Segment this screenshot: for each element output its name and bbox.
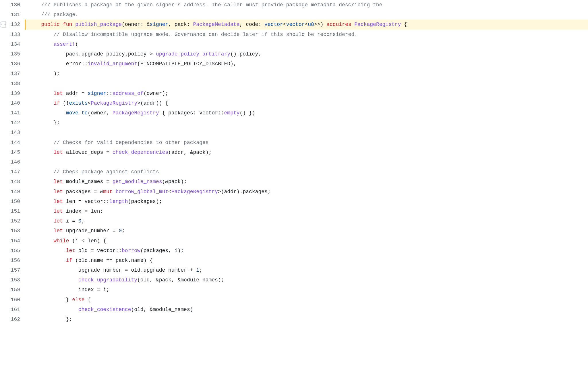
code-content[interactable]: let len = vector::length(packages); bbox=[26, 197, 588, 206]
line-number[interactable]: 156 bbox=[6, 256, 25, 265]
code-line[interactable]: 131 /// package. bbox=[0, 10, 588, 20]
code-content[interactable]: // Check package against conflicts bbox=[26, 167, 588, 177]
code-line[interactable]: 134 assert!( bbox=[0, 39, 588, 49]
code-line[interactable]: 158 check_upgradability(old, &pack, &mod… bbox=[0, 275, 588, 285]
code-line[interactable]: 157 upgrade_number = old.upgrade_number … bbox=[0, 265, 588, 275]
line-number[interactable]: 141 bbox=[6, 108, 25, 118]
code-line[interactable]: 156 if (old.name == pack.name) { bbox=[0, 256, 588, 265]
line-number[interactable]: 131 bbox=[6, 10, 25, 20]
line-number[interactable]: 161 bbox=[6, 305, 25, 314]
code-content[interactable]: check_coexistence(old, &module_names) bbox=[26, 305, 588, 314]
code-content[interactable]: ); bbox=[26, 69, 588, 78]
code-content[interactable]: upgrade_number = old.upgrade_number + 1; bbox=[26, 265, 588, 275]
code-content[interactable]: let index = len; bbox=[26, 206, 588, 216]
code-content[interactable]: // Checks for valid dependencies to othe… bbox=[26, 138, 588, 147]
line-number[interactable]: 144 bbox=[6, 138, 25, 147]
code-content[interactable]: // Disallow incompatible upgrade mode. G… bbox=[26, 30, 588, 39]
code-content[interactable]: check_upgradability(old, &pack, &module_… bbox=[26, 275, 588, 285]
line-number[interactable]: 154 bbox=[6, 236, 25, 246]
line-number[interactable]: 134 bbox=[6, 39, 25, 49]
ellipsis-icon[interactable]: • • bbox=[0, 21, 6, 28]
code-line[interactable]: 148 let module_names = get_module_names(… bbox=[0, 177, 588, 187]
line-number[interactable]: 135 bbox=[6, 49, 25, 59]
code-line[interactable]: 133 // Disallow incompatible upgrade mod… bbox=[0, 30, 588, 39]
code-line[interactable]: 147 // Check package against conflicts bbox=[0, 167, 588, 177]
line-number[interactable]: 136 bbox=[6, 59, 25, 69]
line-number[interactable]: 151 bbox=[6, 206, 25, 216]
code-line[interactable]: 144 // Checks for valid dependencies to … bbox=[0, 138, 588, 147]
expand-gutter[interactable]: • • bbox=[0, 20, 6, 29]
line-number[interactable]: 132 bbox=[6, 20, 25, 29]
line-number[interactable]: 133 bbox=[6, 30, 25, 39]
code-line[interactable]: 154 while (i < len) { bbox=[0, 236, 588, 246]
code-line[interactable]: 142 }; bbox=[0, 118, 588, 128]
line-number[interactable]: 155 bbox=[6, 246, 25, 256]
code-line[interactable]: 155 let old = vector::borrow(packages, i… bbox=[0, 246, 588, 256]
line-number[interactable]: 146 bbox=[6, 157, 25, 167]
code-line[interactable]: 152 let i = 0; bbox=[0, 216, 588, 226]
code-content[interactable]: if (old.name == pack.name) { bbox=[26, 256, 588, 265]
code-content[interactable]: assert!( bbox=[26, 39, 588, 49]
code-content[interactable] bbox=[26, 128, 588, 137]
line-number[interactable]: 148 bbox=[6, 177, 25, 187]
line-number[interactable]: 158 bbox=[6, 275, 25, 285]
line-number[interactable]: 139 bbox=[6, 89, 25, 98]
code-content[interactable]: let module_names = get_module_names(&pac… bbox=[26, 177, 588, 187]
code-line[interactable]: 153 let upgrade_number = 0; bbox=[0, 226, 588, 236]
code-line[interactable]: 130 /// Publishes a package at the given… bbox=[0, 0, 588, 10]
line-number[interactable]: 150 bbox=[6, 197, 25, 206]
code-line[interactable]: 137 ); bbox=[0, 69, 588, 78]
code-line[interactable]: 160 } else { bbox=[0, 295, 588, 305]
code-line[interactable]: • •132 public fun publish_package(owner:… bbox=[0, 20, 588, 29]
code-content[interactable]: let packages = &mut borrow_global_mut<Pa… bbox=[26, 187, 588, 197]
line-number[interactable]: 130 bbox=[6, 0, 25, 10]
code-content[interactable]: let addr = signer::address_of(owner); bbox=[26, 89, 588, 98]
code-line[interactable]: 141 move_to(owner, PackageRegistry { pac… bbox=[0, 108, 588, 118]
code-line[interactable]: 135 pack.upgrade_policy.policy > upgrade… bbox=[0, 49, 588, 59]
line-number[interactable]: 143 bbox=[6, 128, 25, 137]
code-content[interactable]: while (i < len) { bbox=[26, 236, 588, 246]
line-number[interactable]: 145 bbox=[6, 147, 25, 157]
code-line[interactable]: 162 }; bbox=[0, 314, 588, 324]
code-line[interactable]: 143 bbox=[0, 128, 588, 137]
line-number[interactable]: 157 bbox=[6, 265, 25, 275]
code-content[interactable]: }; bbox=[26, 118, 588, 128]
code-line[interactable]: 139 let addr = signer::address_of(owner)… bbox=[0, 89, 588, 98]
code-line[interactable]: 146 bbox=[0, 157, 588, 167]
code-content[interactable]: /// Publishes a package at the given sig… bbox=[26, 0, 588, 10]
code-line[interactable]: 145 let allowed_deps = check_dependencie… bbox=[0, 147, 588, 157]
code-line[interactable]: 150 let len = vector::length(packages); bbox=[0, 197, 588, 206]
code-content[interactable]: let allowed_deps = check_dependencies(ad… bbox=[26, 147, 588, 157]
line-number[interactable]: 162 bbox=[6, 314, 25, 324]
code-content[interactable]: } else { bbox=[26, 295, 588, 305]
line-number[interactable]: 149 bbox=[6, 187, 25, 197]
line-number[interactable]: 138 bbox=[6, 79, 25, 89]
code-content[interactable]: move_to(owner, PackageRegistry { package… bbox=[26, 108, 588, 118]
line-number[interactable]: 142 bbox=[6, 118, 25, 128]
code-content[interactable]: error::invalid_argument(EINCOMPATIBLE_PO… bbox=[26, 59, 588, 69]
code-content[interactable]: /// package. bbox=[26, 10, 588, 20]
line-number[interactable]: 153 bbox=[6, 226, 25, 236]
code-content[interactable] bbox=[26, 157, 588, 167]
code-content[interactable]: let i = 0; bbox=[26, 216, 588, 226]
code-line[interactable]: 140 if (!exists<PackageRegistry>(addr)) … bbox=[0, 98, 588, 108]
code-content[interactable]: }; bbox=[26, 314, 588, 324]
code-line[interactable]: 159 index = i; bbox=[0, 285, 588, 295]
code-content[interactable]: let upgrade_number = 0; bbox=[26, 226, 588, 236]
line-number[interactable]: 140 bbox=[6, 98, 25, 108]
code-content[interactable]: index = i; bbox=[26, 285, 588, 295]
code-line[interactable]: 149 let packages = &mut borrow_global_mu… bbox=[0, 187, 588, 197]
code-content[interactable]: let old = vector::borrow(packages, i); bbox=[26, 246, 588, 256]
line-number[interactable]: 160 bbox=[6, 295, 25, 305]
code-line[interactable]: 136 error::invalid_argument(EINCOMPATIBL… bbox=[0, 59, 588, 69]
code-content[interactable]: public fun publish_package(owner: &signe… bbox=[26, 20, 588, 29]
line-number[interactable]: 147 bbox=[6, 167, 25, 177]
code-line[interactable]: 138 bbox=[0, 79, 588, 89]
code-content[interactable] bbox=[26, 79, 588, 89]
line-number[interactable]: 159 bbox=[6, 285, 25, 295]
code-line[interactable]: 161 check_coexistence(old, &module_names… bbox=[0, 305, 588, 314]
code-line[interactable]: 151 let index = len; bbox=[0, 206, 588, 216]
line-number[interactable]: 137 bbox=[6, 69, 25, 78]
code-content[interactable]: pack.upgrade_policy.policy > upgrade_pol… bbox=[26, 49, 588, 59]
code-content[interactable]: if (!exists<PackageRegistry>(addr)) { bbox=[26, 98, 588, 108]
